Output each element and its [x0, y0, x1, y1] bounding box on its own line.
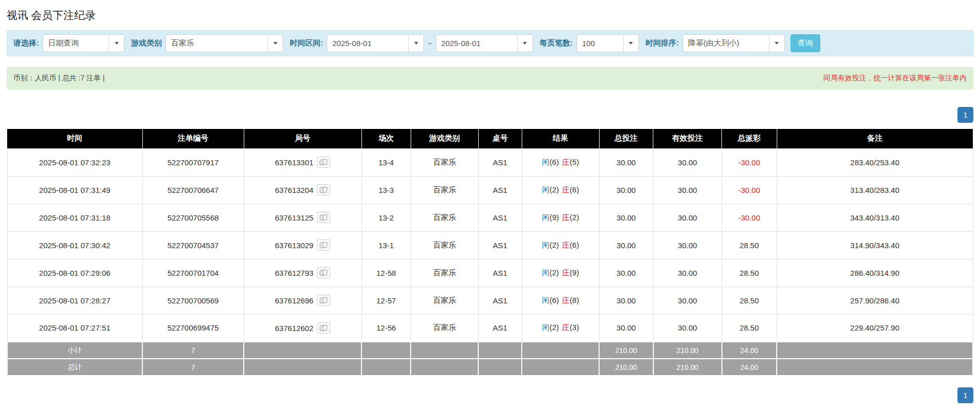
table-row: 2025-08-01 07:29:06 522700701704 6376127…: [7, 259, 973, 287]
cell-remark: 283.40/253.40: [777, 148, 973, 176]
cell-payout: 28.50: [722, 231, 777, 259]
date-from-value[interactable]: [327, 35, 408, 52]
page-title: 视讯 会员下注纪录: [7, 8, 973, 23]
round-result-icon[interactable]: [317, 184, 330, 195]
cell-bet-id: 522700704537: [142, 231, 244, 259]
summary-info: 币别：人民币 | 总共 :7 注单 |: [13, 74, 104, 83]
cell-valid-bet: 30.00: [653, 176, 722, 204]
result-banker-label: 庄: [562, 185, 570, 194]
cell-result: 闲(2)庄(9): [522, 259, 599, 287]
pagination-bottom-page-1[interactable]: 1: [957, 387, 973, 403]
query-type-dropdown-toggle[interactable]: [109, 35, 124, 52]
result-banker-points: (5): [570, 158, 579, 166]
page-size-label: 每页笔数:: [540, 38, 573, 48]
cell-result: 闲(6)庄(8): [522, 287, 599, 314]
cell-total-bet[interactable]: 30.00: [599, 176, 653, 204]
query-type-select: [42, 34, 124, 52]
cell-total-bet[interactable]: 30.00: [599, 287, 653, 314]
query-type-value[interactable]: [43, 35, 109, 52]
subtotal-empty-table: [478, 342, 522, 359]
cell-table-no: AS1: [478, 287, 522, 314]
time-sort-value[interactable]: [683, 35, 769, 52]
date-range-separator: ~: [428, 39, 432, 48]
cell-time: 2025-08-01 07:31:49: [7, 176, 142, 204]
result-banker-points: (9): [570, 268, 579, 277]
pagination-top-page-1[interactable]: 1: [957, 107, 973, 123]
result-banker-label: 庄: [562, 213, 570, 222]
round-result-icon[interactable]: [317, 239, 330, 251]
header-session: 场次: [361, 129, 411, 148]
cell-table-no: AS1: [478, 148, 522, 176]
page-size-dropdown-toggle[interactable]: [623, 35, 638, 52]
round-id-text: 637613204: [275, 186, 313, 194]
cell-time: 2025-08-01 07:32:23: [7, 148, 142, 176]
subtotal-payout: 24.00: [722, 342, 777, 359]
total-row: 总计 7 210.00 210.00 24.00: [7, 359, 973, 376]
cell-valid-bet: 30.00: [653, 259, 722, 287]
table-row: 2025-08-01 07:27:51 522700699475 6376126…: [7, 314, 973, 342]
caret-down-icon: [775, 42, 779, 45]
header-game-type: 游戏类别: [411, 129, 478, 148]
cell-bet-id: 522700705568: [142, 204, 244, 231]
date-to-value[interactable]: [436, 35, 517, 52]
cell-game-type: 百家乐: [411, 231, 478, 259]
cell-remark: 314.90/343.40: [777, 231, 973, 259]
cell-remark: 286.40/314.90: [777, 259, 973, 287]
total-count: 7: [142, 359, 244, 376]
cell-total-bet[interactable]: 30.00: [599, 148, 653, 176]
cell-valid-bet: 30.00: [653, 314, 722, 342]
cell-round-id: 637613301: [244, 148, 361, 176]
cell-session: 12-56: [361, 314, 411, 342]
round-result-icon[interactable]: [317, 295, 330, 306]
subtotal-empty-session: [361, 342, 411, 359]
cell-bet-id: 522700707917: [142, 148, 244, 176]
time-sort-dropdown-toggle[interactable]: [769, 35, 784, 52]
cell-session: 12-58: [361, 259, 411, 287]
result-player-label: 闲: [542, 185, 549, 194]
subtotal-valid-bet: 210.00: [653, 342, 722, 359]
total-empty-round: [244, 359, 361, 376]
table-body: 2025-08-01 07:32:23 522700707917 6376133…: [7, 148, 973, 342]
round-id-text: 637613301: [275, 158, 313, 167]
cell-valid-bet: 30.00: [653, 231, 722, 259]
cell-remark: 313.40/283.40: [777, 176, 973, 204]
result-banker-points: (3): [570, 323, 579, 332]
round-result-icon[interactable]: [317, 267, 330, 278]
subtotal-label: 小计: [7, 342, 142, 359]
page-size-value[interactable]: [577, 35, 623, 52]
date-to-dropdown-toggle[interactable]: [517, 35, 532, 52]
round-result-icon[interactable]: [317, 212, 330, 223]
result-banker-label: 庄: [562, 268, 570, 277]
cell-total-bet[interactable]: 30.00: [599, 231, 653, 259]
game-type-dropdown-toggle[interactable]: [267, 35, 283, 52]
search-button[interactable]: 查询: [791, 34, 820, 52]
round-result-icon[interactable]: [317, 322, 330, 334]
cell-payout: -30.00: [722, 148, 777, 176]
cell-remark: 229.40/257.90: [777, 314, 973, 342]
cell-total-bet[interactable]: 30.00: [599, 204, 653, 231]
cell-total-bet[interactable]: 30.00: [599, 259, 653, 287]
result-player-points: (2): [549, 323, 559, 332]
cell-game-type: 百家乐: [411, 204, 478, 231]
cell-table-no: AS1: [478, 314, 522, 342]
round-id-text: 637613029: [275, 241, 313, 250]
pagination-top: 1: [7, 107, 973, 123]
caret-down-icon: [115, 42, 119, 45]
header-remark: 备注: [777, 129, 973, 148]
cell-result: 闲(9)庄(2): [522, 204, 599, 231]
date-from-dropdown-toggle[interactable]: [408, 35, 423, 52]
result-banker-label: 庄: [562, 296, 570, 304]
result-player-points: (2): [549, 185, 559, 194]
cell-total-bet[interactable]: 30.00: [599, 314, 653, 342]
cell-payout: -30.00: [722, 204, 777, 231]
round-result-icon[interactable]: [317, 157, 330, 168]
header-payout: 总派彩: [722, 129, 777, 148]
game-type-value[interactable]: [166, 35, 267, 52]
cell-bet-id: 522700706647: [142, 176, 244, 204]
subtotal-row: 小计 7 210.00 210.00 24.00: [7, 342, 973, 359]
cell-session: 13-4: [361, 148, 411, 176]
cell-game-type: 百家乐: [411, 314, 478, 342]
header-bet-id: 注单编号: [142, 129, 244, 148]
table-row: 2025-08-01 07:31:49 522700706647 6376132…: [7, 176, 973, 204]
subtotal-empty-remark: [777, 342, 973, 359]
